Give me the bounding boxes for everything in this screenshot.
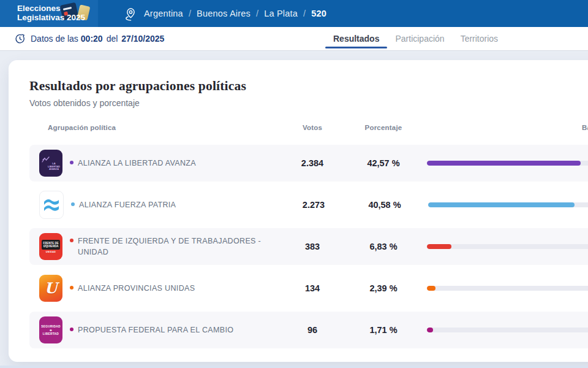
party-name-cell: PROPUESTA FEDERAL PARA EL CAMBIO (70, 324, 276, 335)
datos-time: 00:20 (81, 34, 103, 44)
party-logo-fit: FRENTE DE IZQUIERDA UNIDAD (39, 233, 62, 260)
party-color-dot (70, 286, 74, 289)
party-color-dot (70, 161, 74, 164)
party-logo-pfc-mid-glyph: ⊕ (50, 329, 52, 332)
percentage-bar-fill (427, 328, 433, 332)
breadcrumb-province[interactable]: Buenos Aires (197, 9, 251, 18)
percentage-value: 2,39 % (349, 283, 418, 293)
results-table: Agrupación política Votos Porcentaje Ban… (29, 124, 588, 348)
party-logo-provincias-unidas: U (39, 275, 62, 302)
sub-header: Datos de las 00:20 del 27/10/2025 Result… (0, 27, 588, 51)
party-logo-fit-subtext: UNIDAD (46, 251, 56, 253)
breadcrumb-city[interactable]: La Plata (264, 9, 298, 18)
page-subtitle: Votos obtenidos y porcentaje (29, 98, 588, 108)
breadcrumb-separator: / (189, 9, 191, 18)
party-logo-fuerza-patria (39, 191, 64, 219)
percentage-bar-track (428, 202, 588, 207)
votes-value: 383 (276, 242, 349, 251)
party-logo-pfc-top-text: SEGURIDAD (41, 325, 60, 328)
breadcrumb-area: Argentina / Buenos Aires / La Plata / 52… (124, 0, 326, 27)
tab-territorios[interactable]: Territorios (453, 27, 506, 50)
percentage-bar-track (427, 161, 588, 166)
table-rows: LA LIBERTAD AVANZA ALIANZA LA LIBERTAD A… (29, 145, 588, 348)
percentage-bar-fill (428, 202, 575, 207)
table-row-fit: FRENTE DE IZQUIERDA UNIDAD FRENTE DE IZQ… (29, 228, 588, 265)
party-name-cell: ALIANZA LA LIBERTAD AVANZA (70, 158, 276, 169)
tab-bar: Resultados Participación Territorios (325, 27, 506, 50)
percentage-value: 6,83 % (349, 242, 418, 251)
datos-prefix: Datos de las (31, 34, 78, 44)
percentage-bar-track (427, 244, 588, 249)
table-row-lla: LA LIBERTAD AVANZA ALIANZA LA LIBERTAD A… (29, 145, 588, 182)
column-header-percentage: Porcentaje (349, 124, 418, 131)
party-name: PROPUESTA FEDERAL PARA EL CAMBIO (78, 324, 233, 335)
percentage-value: 42,57 % (349, 158, 418, 168)
votes-value: 2.273 (277, 200, 350, 210)
location-pin-icon (124, 7, 138, 21)
table-row-provincias-unidas: U ALIANZA PROVINCIAS UNIDAS 134 2,39 % (29, 270, 588, 307)
party-logo-lla-text: LA LIBERTAD AVANZA (47, 163, 61, 171)
page-title: Resultados por agrupaciones políticas (29, 79, 588, 94)
percentage-value: 1,71 % (349, 325, 418, 335)
site-logo[interactable]: Elecciones Legislativas 2025 (0, 0, 98, 27)
breadcrumb: Argentina / Buenos Aires / La Plata / 52… (144, 9, 326, 18)
logo-line1: Elecciones (17, 4, 85, 13)
breadcrumb-separator: / (256, 9, 258, 18)
party-color-dot (70, 328, 74, 331)
data-timestamp: Datos de las 00:20 del 27/10/2025 (15, 27, 167, 50)
datos-date: 27/10/2025 (121, 34, 164, 44)
percentage-bar-fill (427, 286, 435, 291)
bottom-edge-band (0, 366, 588, 368)
party-logo-pfc-bottom-text: LIBERTAD (43, 332, 59, 335)
party-name-cell: ALIANZA PROVINCIAS UNIDAS (70, 283, 276, 294)
site-logo-text: Elecciones Legislativas 2025 (17, 4, 85, 23)
party-logo-propuesta-federal: SEGURIDAD ⊕ LIBERTAD (39, 316, 62, 343)
top-header: Elecciones Legislativas 2025 Argentina / (0, 0, 588, 27)
table-row-fuerza-patria: ALIANZA FUERZA PATRIA 2.273 40,58 % (29, 186, 588, 223)
column-header-seats: Bancas (582, 124, 588, 131)
party-name: ALIANZA FUERZA PATRIA (79, 199, 176, 210)
party-logo-u-letter: U (45, 279, 58, 297)
percentage-bar-fill (427, 161, 581, 166)
table-row-propuesta-federal: SEGURIDAD ⊕ LIBERTAD PROPUESTA FEDERAL P… (29, 312, 588, 348)
tab-resultados[interactable]: Resultados (325, 27, 387, 50)
elections-results-page: Elecciones Legislativas 2025 Argentina / (0, 0, 588, 368)
votes-value: 2.384 (276, 158, 349, 168)
party-color-dot (70, 239, 74, 242)
party-name-cell: ALIANZA FUERZA PATRIA (71, 199, 277, 210)
party-name-cell: FRENTE DE IZQUIERDA Y DE TRABAJADORES - … (70, 236, 276, 258)
breadcrumb-section[interactable]: 520 (311, 9, 326, 18)
table-header-row: Agrupación política Votos Porcentaje Ban… (29, 124, 588, 141)
breadcrumb-separator: / (303, 9, 306, 18)
results-card: Resultados por agrupaciones políticas Vo… (9, 60, 588, 362)
column-header-votes: Votos (276, 124, 349, 131)
party-name: FRENTE DE IZQUIERDA Y DE TRABAJADORES - … (78, 236, 266, 258)
percentage-bar-track (427, 328, 588, 332)
party-logo-lla: LA LIBERTAD AVANZA (39, 150, 62, 177)
history-clock-icon (15, 34, 25, 44)
party-logo-fit-text: FRENTE DE IZQUIERDA (42, 240, 60, 250)
percentage-bar-track (427, 286, 588, 291)
party-color-dot (71, 202, 75, 206)
votes-value: 96 (276, 325, 349, 335)
flag-waves-icon (42, 196, 61, 214)
percentage-value: 40,58 % (350, 200, 419, 210)
votes-value: 134 (276, 283, 349, 293)
column-header-party: Agrupación política (48, 124, 116, 131)
breadcrumb-country[interactable]: Argentina (144, 9, 183, 18)
logo-line2: Legislativas 2025 (17, 13, 85, 23)
datos-connector: del (107, 34, 118, 44)
tab-participacion[interactable]: Participación (387, 27, 452, 50)
party-name: ALIANZA LA LIBERTAD AVANZA (78, 158, 196, 169)
percentage-bar-fill (427, 244, 451, 249)
party-name: ALIANZA PROVINCIAS UNIDAS (78, 283, 195, 294)
